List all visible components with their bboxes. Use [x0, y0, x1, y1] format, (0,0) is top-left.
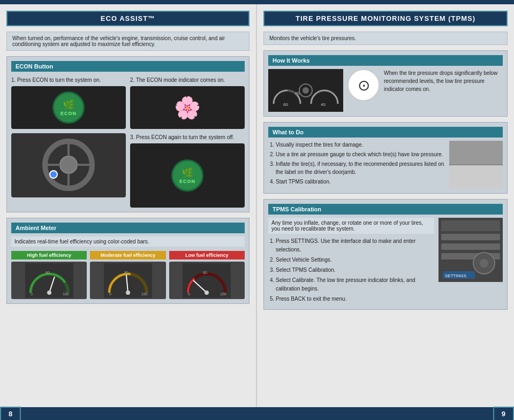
bottom-row: 8 9 [0, 407, 514, 420]
eco-leaf-icon: 🌿 [63, 99, 74, 111]
svg-text:40: 40 [321, 102, 326, 107]
econ-step2-image: 🌸 [130, 86, 245, 129]
what-to-do-header: What to Do [268, 127, 503, 138]
econ-step2-label: 2. The ECON mode indicator comes on. [130, 76, 245, 84]
top-bar [0, 0, 514, 4]
speedometer-low-svg: 0 160 80 [183, 263, 231, 298]
wtd-step-3: Inflate the tire(s), if necessary, to th… [276, 160, 445, 176]
calib-step-4: Select Calibrate. The low tire pressure … [276, 276, 434, 293]
gauge-high-image: 0 160 80 [11, 262, 87, 299]
svg-text:160: 160 [141, 292, 148, 296]
svg-rect-33 [441, 234, 500, 240]
econ-button-icon: 🌿 ECON [52, 91, 85, 124]
calib-steps-list: Press SETTINGS. Use the interface dial t… [268, 237, 434, 303]
ambient-section-header: Ambient Meter [11, 223, 245, 233]
how-it-works-section: How It Works 60 80 40 [263, 50, 508, 117]
left-page: ECO ASSIST™ When turned on, performance … [0, 4, 257, 407]
econ-step3-label: 3. Press ECON again to turn the system o… [130, 133, 245, 141]
eco-assist-title: ECO ASSIST™ [6, 11, 250, 26]
svg-text:0: 0 [109, 292, 111, 296]
right-bottom-bar: 9 [257, 407, 514, 420]
speedometer-moderate-svg: 0 160 80 [104, 263, 152, 298]
svg-text:160: 160 [220, 292, 226, 296]
how-it-works-header: How It Works [268, 55, 503, 66]
svg-text:80: 80 [124, 271, 128, 274]
calib-step-1: Press SETTINGS. Use the interface dial t… [276, 237, 434, 254]
calib-description: Any time you inflate, change, or rotate … [268, 218, 434, 234]
svg-point-37 [480, 259, 488, 268]
econ-button-section: ECON Button 1. Press ECON to turn the sy… [6, 56, 250, 212]
tpms-calib-image: SETTINGS [439, 218, 503, 282]
econ-button-icon-2: 🌿 ECON [171, 159, 203, 192]
svg-rect-32 [441, 220, 500, 231]
ambient-meter-section: Ambient Meter Indicates real-time fuel e… [6, 218, 250, 304]
gauge-moderate: Moderate fuel efficiency 0 160 80 [90, 251, 165, 299]
what-to-do-image [449, 141, 503, 189]
svg-text:0: 0 [188, 292, 190, 296]
econ-label-2: ECON [179, 179, 195, 184]
econ-step1-image: 🌿 ECON [11, 86, 126, 129]
gauge-high-label: High fuel efficiency [11, 251, 87, 259]
econ-step1-label: 1. Press ECON to turn the system on. [11, 76, 126, 84]
calib-step-5: Press BACK to exit the menu. [276, 295, 434, 303]
econ-steering-item [11, 133, 126, 208]
speedometer-high-svg: 0 160 80 [25, 263, 73, 298]
right-page: TIRE PRESSURE MONITORING SYSTEM (TPMS) M… [257, 4, 514, 407]
tpms-calibration-section: TPMS Calibration Any time you inflate, c… [263, 199, 508, 310]
wtd-img-top [449, 141, 503, 164]
calib-content: Any time you inflate, change, or rotate … [268, 218, 503, 305]
wtd-step-1: Visually inspect the tires for damage. [276, 141, 445, 149]
steering-wheel-svg [42, 138, 95, 192]
econ-step-1: 1. Press ECON to turn the system on. 🌿 E… [11, 76, 126, 129]
svg-text:160: 160 [63, 292, 69, 296]
econ-step-3: 3. Press ECON again to turn the system o… [130, 133, 245, 208]
svg-text:0: 0 [31, 292, 33, 296]
wtd-step-2: Use a tire air pressure gauge to check w… [276, 150, 445, 158]
eco-assist-intro: When turned on, performance of the vehic… [6, 32, 250, 51]
svg-rect-34 [441, 243, 500, 250]
right-page-number: 9 [493, 407, 514, 421]
econ-step3-image: 🌿 ECON [130, 143, 245, 208]
svg-text:60: 60 [283, 102, 288, 107]
what-to-do-list: Visually inspect the tires for damage. U… [268, 141, 445, 189]
what-to-do-content: Visually inspect the tires for damage. U… [268, 141, 503, 189]
tpms-intro: Monitors the vehicle's tire pressures. [263, 32, 508, 45]
svg-point-30 [303, 87, 309, 94]
dashboard-svg: 60 80 40 [268, 69, 343, 112]
svg-point-6 [50, 171, 57, 178]
ambient-description: Indicates real-time fuel efficiency usin… [11, 236, 245, 247]
eco-leaf-icon-2: 🌿 [182, 167, 193, 179]
settings-panel-svg: SETTINGS [439, 218, 503, 282]
left-page-number: 8 [0, 407, 21, 421]
svg-text:SETTINGS: SETTINGS [445, 273, 466, 278]
gauge-row: High fuel efficiency 0 160 80 [11, 251, 245, 299]
svg-point-15 [126, 291, 130, 295]
how-it-works-description: When the tire pressure drops significant… [384, 69, 503, 93]
tpms-calib-header: TPMS Calibration [268, 204, 503, 215]
econ-label: ECON [61, 111, 77, 116]
tpms-warning-icon-box: ⊙ [347, 69, 380, 101]
svg-text:80: 80 [203, 271, 207, 274]
gauge-moderate-image: 0 160 80 [90, 262, 165, 299]
tpms-title: TIRE PRESSURE MONITORING SYSTEM (TPMS) [263, 11, 508, 26]
econ-step-2: 2. The ECON mode indicator comes on. 🌸 [130, 76, 245, 129]
what-to-do-section: What to Do Visually inspect the tires fo… [263, 122, 508, 194]
gauge-low: Low fuel efficiency 0 160 80 [169, 251, 245, 299]
calib-list: Any time you inflate, change, or rotate … [268, 218, 434, 305]
gauge-low-image: 0 160 80 [169, 262, 245, 299]
wtd-step-4: Start TPMS calibration. [276, 178, 445, 186]
steering-wheel-image [11, 133, 126, 197]
gauge-high: High fuel efficiency 0 160 80 [11, 251, 87, 299]
how-it-works-content: 60 80 40 ⊙ When the tire pressure drops … [268, 69, 503, 112]
svg-text:80: 80 [46, 271, 50, 274]
wtd-steps-list: Visually inspect the tires for damage. U… [268, 141, 445, 186]
tpms-warning-icon: ⊙ [358, 77, 370, 94]
dashboard-image: 60 80 40 [268, 69, 343, 112]
econ-section-header: ECON Button [11, 61, 245, 72]
left-bottom-bar: 8 [0, 407, 257, 420]
calib-step-3: Select TPMS Calibration. [276, 266, 434, 274]
svg-point-21 [205, 291, 209, 295]
svg-point-9 [47, 291, 51, 295]
gauge-moderate-label: Moderate fuel efficiency [90, 251, 165, 259]
calib-step-2: Select Vehicle Settings. [276, 256, 434, 264]
